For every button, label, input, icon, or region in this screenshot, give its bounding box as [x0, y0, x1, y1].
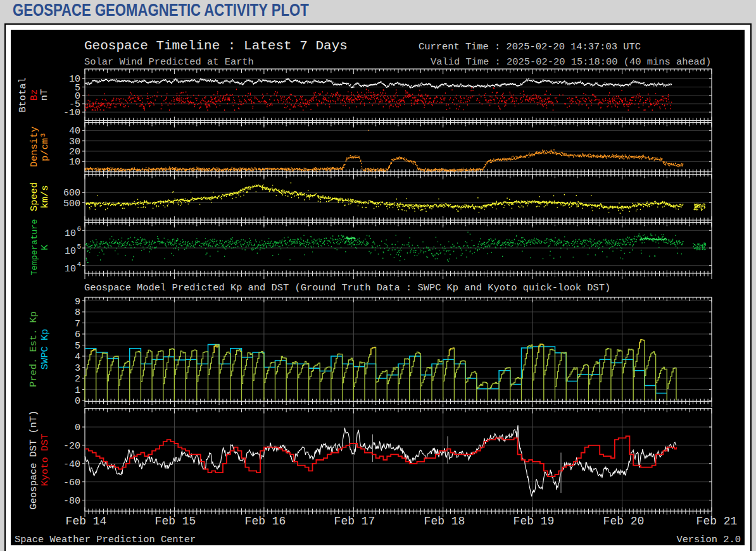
svg-text:0: 0	[75, 396, 80, 407]
svg-text:Density: Density	[28, 127, 40, 168]
svg-text:-10: -10	[63, 108, 80, 118]
svg-text:Pred. Est. Kp: Pred. Est. Kp	[28, 311, 39, 387]
svg-text:Feb 20: Feb 20	[603, 515, 645, 528]
svg-text:7: 7	[75, 319, 80, 330]
svg-text:500: 500	[63, 199, 80, 209]
svg-text:Version 2.0: Version 2.0	[676, 534, 741, 545]
svg-text:Btotal: Btotal	[17, 77, 28, 112]
svg-text:600: 600	[63, 188, 80, 199]
svg-text:-40: -40	[63, 459, 80, 470]
svg-text:-80: -80	[63, 496, 80, 507]
svg-text:3: 3	[75, 363, 80, 374]
svg-text:Feb 16: Feb 16	[245, 515, 286, 528]
svg-text:Feb 17: Feb 17	[334, 515, 375, 528]
svg-text:5: 5	[77, 243, 81, 251]
svg-text:Geospace Timeline : Latest 7 D: Geospace Timeline : Latest 7 Days	[84, 39, 348, 53]
svg-text:Valid Time : 2025-02-20 15:18:: Valid Time : 2025-02-20 15:18:00 (40 min…	[431, 56, 711, 68]
svg-text:2: 2	[75, 374, 80, 385]
svg-text:Space Weather Prediction Cente: Space Weather Prediction Center	[15, 534, 196, 545]
svg-text:40: 40	[69, 126, 80, 137]
svg-text:Feb 18: Feb 18	[424, 515, 465, 528]
svg-text:10: 10	[69, 157, 80, 168]
svg-text:-20: -20	[63, 441, 80, 452]
svg-text:10: 10	[65, 246, 76, 257]
svg-text:K: K	[39, 244, 51, 251]
svg-text:Feb 19: Feb 19	[513, 515, 555, 528]
svg-text:5: 5	[75, 341, 80, 352]
svg-text:Feb 14: Feb 14	[66, 515, 107, 528]
svg-text:Feb 21: Feb 21	[696, 515, 738, 528]
svg-text:8: 8	[75, 307, 80, 318]
svg-text:p/cm³: p/cm³	[39, 132, 51, 161]
svg-text:4: 4	[75, 352, 80, 362]
svg-text:Current Time : 2025-02-20 14:3: Current Time : 2025-02-20 14:37:03 UTC	[419, 41, 641, 53]
svg-text:Geospace DST (nT): Geospace DST (nT)	[28, 410, 39, 509]
svg-text:6: 6	[75, 330, 80, 340]
svg-text:4: 4	[77, 261, 81, 268]
svg-text:30: 30	[69, 137, 80, 147]
svg-text:nT: nT	[39, 89, 50, 101]
svg-text:10: 10	[65, 228, 76, 239]
svg-text:km/s: km/s	[39, 185, 51, 209]
svg-text:-60: -60	[63, 478, 80, 488]
svg-text:SWPC Kp: SWPC Kp	[39, 329, 51, 370]
svg-text:Kyoto DST: Kyoto DST	[39, 433, 51, 486]
svg-text:Geospace Model Predicted Kp an: Geospace Model Predicted Kp and DST (Gro…	[84, 282, 610, 294]
svg-text:0: 0	[75, 423, 80, 433]
svg-text:6: 6	[77, 225, 81, 233]
svg-text:Speed: Speed	[28, 182, 40, 211]
svg-text:Temperature: Temperature	[30, 219, 39, 275]
svg-text:Feb 15: Feb 15	[155, 515, 196, 528]
svg-text:1: 1	[75, 385, 80, 396]
svg-text:Solar Wind Predicted at Earth: Solar Wind Predicted at Earth	[84, 56, 254, 68]
svg-text:20: 20	[69, 147, 80, 158]
svg-text:10: 10	[65, 264, 76, 275]
svg-text:9: 9	[75, 297, 80, 307]
